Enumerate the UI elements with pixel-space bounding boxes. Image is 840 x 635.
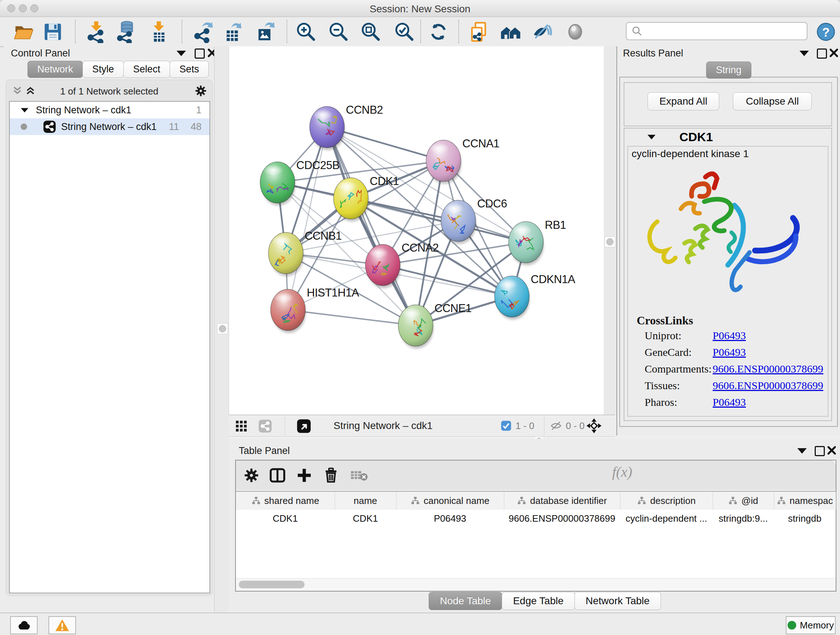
export-table-button[interactable] (221, 20, 245, 44)
network-node-RB1[interactable]: RB1 (508, 219, 566, 265)
network-node-CCNA1[interactable]: CCNA1 (426, 137, 500, 184)
close-panel-icon[interactable] (827, 446, 836, 455)
column-header-namespac[interactable]: namespac (774, 492, 836, 510)
open-session-button[interactable] (12, 20, 36, 44)
column-header-database-identifier[interactable]: database identifier (504, 492, 621, 510)
warnings-button[interactable] (49, 616, 76, 634)
right-splitter-handle[interactable] (605, 236, 615, 247)
navigator-icon[interactable] (586, 418, 602, 434)
selected-checkbox-icon[interactable] (501, 420, 512, 431)
show-eye-button[interactable] (563, 20, 587, 44)
tab-sets[interactable]: Sets (170, 61, 209, 78)
network-canvas[interactable]: CCNB2CCNA1CDC25BCDK1CDC6RB1CCNB1CCNA2CDK… (229, 46, 604, 415)
network-node-CCNE1[interactable]: CCNE1 (398, 302, 472, 348)
import-network-database-button[interactable] (114, 20, 138, 44)
tab-network[interactable]: Network (27, 61, 83, 78)
crosslink-link[interactable]: 9606.ENSP00000378699 (713, 379, 823, 392)
table-cell[interactable]: stringdb:9... (713, 510, 774, 527)
table-cell[interactable]: stringdb (774, 510, 836, 527)
help-button[interactable]: ? (814, 20, 838, 44)
memory-button[interactable]: Memory (786, 616, 836, 634)
create-column-button[interactable] (294, 465, 315, 486)
tab-style[interactable]: Style (82, 61, 124, 78)
collapse-all-button[interactable]: Collapse All (733, 92, 812, 111)
network-node-CCNB2[interactable]: CCNB2 (309, 103, 383, 150)
export-network-button[interactable] (192, 20, 216, 44)
network-node-CDKN1A[interactable]: CDKN1A (494, 273, 576, 320)
search-input[interactable] (643, 26, 807, 36)
table-settings-button[interactable] (241, 465, 262, 486)
save-session-button[interactable] (41, 20, 65, 44)
delete-table-button[interactable] (349, 465, 370, 486)
string-network-graph[interactable]: CCNB2CCNA1CDC25BCDK1CDC6RB1CCNB1CCNA2CDK… (229, 46, 604, 415)
tab-node-table[interactable]: Node Table (429, 592, 502, 610)
column-header-description[interactable]: description (620, 492, 713, 510)
table-cell[interactable]: CDK1 (236, 510, 335, 527)
session-home-button[interactable] (499, 20, 523, 44)
show-columns-button[interactable] (267, 465, 288, 486)
network-view-icon[interactable] (258, 419, 272, 433)
crosslink-link[interactable]: P06493 (713, 329, 746, 342)
import-network-file-button[interactable] (84, 20, 108, 44)
grid-view-icon[interactable] (235, 420, 248, 432)
network-node-HIST1H1A[interactable]: HIST1H1A (271, 287, 359, 333)
import-table-file-button[interactable] (147, 20, 171, 44)
table-cell[interactable]: 9606.ENSP00000378699 (504, 510, 620, 527)
close-panel-icon[interactable] (829, 48, 838, 57)
gene-section-header[interactable]: CDK1 (624, 128, 831, 145)
expand-all-button[interactable]: Expand All (647, 92, 719, 111)
tab-string[interactable]: String (706, 62, 752, 79)
float-panel-icon[interactable] (817, 49, 827, 59)
cloud-status-button[interactable] (10, 616, 38, 634)
export-image-button[interactable] (254, 20, 278, 44)
scrollbar-thumb[interactable] (239, 581, 305, 588)
zoom-in-button[interactable] (294, 20, 318, 44)
column-header-canonical-name[interactable]: canonical name (396, 492, 504, 510)
node-label-HIST1H1A: HIST1H1A (307, 287, 359, 299)
table-cell[interactable]: P06493 (396, 510, 504, 527)
table-cell[interactable]: cyclin-dependent ... (620, 510, 713, 527)
table-header-row: shared namenamecanonical namedatabase id… (236, 491, 836, 510)
refresh-button[interactable] (426, 20, 450, 44)
search-field[interactable] (626, 22, 807, 40)
float-panel-icon[interactable] (815, 446, 825, 456)
table-row[interactable]: CDK1CDK1P064939606.ENSP00000378699cyclin… (236, 510, 836, 527)
panel-menu-icon[interactable] (797, 448, 807, 454)
network-node-CDC25B[interactable]: CDC25B (260, 159, 339, 206)
network-collection-row[interactable]: String Network – cdk1 1 (10, 102, 210, 119)
duplicate-network-button[interactable] (467, 20, 491, 44)
panel-menu-icon[interactable] (799, 51, 809, 56)
left-splitter-handle[interactable] (217, 323, 228, 334)
column-header-name[interactable]: name (335, 492, 396, 510)
network-edge[interactable] (288, 310, 416, 325)
tab-network-table[interactable]: Network Table (575, 592, 661, 610)
tab-edge-table[interactable]: Edge Table (502, 592, 575, 610)
network-row[interactable]: String Network – cdk1 11 48 (10, 119, 210, 135)
tab-select[interactable]: Select (123, 61, 170, 78)
zoom-fit-button[interactable] (359, 20, 383, 44)
zoom-selected-button[interactable] (393, 20, 416, 44)
float-panel-icon[interactable] (195, 49, 205, 59)
column-header-shared-name[interactable]: shared name (236, 492, 335, 510)
network-node-CDC6[interactable]: CDC6 (441, 197, 507, 244)
left-splitter[interactable] (214, 46, 229, 613)
network-edge[interactable] (288, 127, 327, 310)
function-builder-button[interactable]: f(x) (612, 463, 632, 480)
hide-panels-button[interactable] (531, 20, 554, 44)
right-splitter[interactable] (603, 46, 616, 415)
column-header-@id[interactable]: @id (713, 492, 774, 510)
zoom-out-button[interactable] (327, 20, 351, 44)
table-horizontal-scrollbar[interactable] (236, 578, 836, 591)
detach-view-icon[interactable] (297, 419, 311, 433)
crosslink-link[interactable]: 9606.ENSP00000378699 (713, 363, 823, 375)
network-node-CCNA2[interactable]: CCNA2 (365, 241, 439, 288)
crosslink-link[interactable]: P06493 (713, 396, 746, 409)
delete-column-button[interactable] (321, 465, 341, 486)
table-cell[interactable]: CDK1 (335, 510, 396, 527)
panel-menu-icon[interactable] (177, 51, 186, 56)
section-collapse-icon[interactable] (647, 135, 655, 139)
tree-expand-icon[interactable] (21, 108, 28, 112)
gear-icon[interactable] (194, 84, 207, 97)
network-node-CCNB1[interactable]: CCNB1 (268, 230, 342, 276)
crosslink-link[interactable]: P06493 (713, 346, 746, 358)
